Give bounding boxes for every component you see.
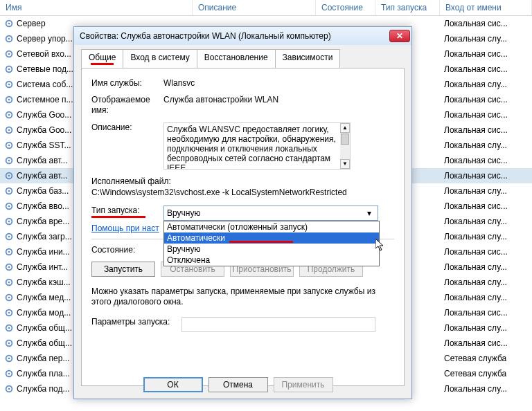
cancel-button[interactable]: Отмена	[209, 377, 268, 392]
logon-value: Локальная сис...	[440, 247, 532, 257]
logon-value: Локальная слу...	[440, 232, 532, 241]
svg-point-3	[8, 38, 10, 40]
dialog-title: Свойства: Служба автонастройки WLAN (Лок…	[80, 31, 389, 41]
startup-type-combo[interactable]: Вручную ▾ Автоматически (отложенный запу…	[163, 206, 378, 221]
description-text: Служба WLANSVC предоставляет логику, нео…	[167, 125, 336, 170]
service-name: Служба под...	[17, 384, 69, 394]
start-button[interactable]: Запустить	[91, 262, 155, 277]
logon-value: Локальная слу...	[440, 384, 532, 394]
logon-value: Локальная слу...	[440, 277, 532, 287]
scroll-thumb[interactable]	[341, 134, 349, 145]
service-name: Сетевой вхо...	[17, 49, 71, 59]
chevron-down-icon[interactable]: ▾	[364, 208, 375, 218]
service-name: Служба мод...	[17, 308, 71, 318]
service-name: Системное п...	[17, 95, 73, 104]
service-name: Служба авт...	[17, 156, 68, 165]
svg-point-21	[8, 175, 10, 177]
tab-general[interactable]: Общие	[81, 49, 123, 68]
svg-point-25	[8, 206, 10, 208]
grid-header: Имя Описание Состояние Тип запуска Вход …	[0, 0, 532, 16]
state-label: Состояние:	[91, 245, 163, 255]
close-button[interactable]: ✕	[389, 30, 410, 42]
logon-value: Локальная сис...	[440, 64, 532, 74]
logon-value: Сетевая служба	[440, 354, 532, 363]
service-name: Служба SST...	[17, 140, 71, 150]
startup-type-underline	[91, 216, 145, 218]
option-disabled[interactable]: Отключена	[164, 255, 379, 266]
svg-point-19	[8, 160, 10, 162]
help-link[interactable]: Помощь при наст	[91, 223, 159, 233]
startup-type-label-text: Тип запуска:	[91, 206, 139, 215]
col-state[interactable]: Состояние	[316, 0, 375, 15]
option-auto[interactable]: Автоматически	[164, 232, 379, 244]
col-desc[interactable]: Описание	[193, 0, 316, 15]
svg-point-49	[8, 388, 10, 390]
exe-label: Исполняемый файл:	[91, 176, 394, 186]
svg-point-39	[8, 312, 10, 314]
service-name: Система соб...	[17, 80, 73, 89]
logon-value: Локальная сис...	[440, 156, 532, 165]
service-name: Служба пла...	[17, 369, 70, 378]
svg-point-27	[8, 221, 10, 223]
service-name: Служба баз...	[17, 186, 69, 196]
params-input[interactable]	[181, 317, 375, 332]
logon-value: Локальная слу...	[440, 34, 532, 44]
logon-value: Локальная слу...	[440, 217, 532, 226]
service-name: Служба Goo...	[17, 125, 71, 135]
service-name: Сетевые под...	[17, 64, 73, 74]
col-name[interactable]: Имя	[0, 0, 193, 15]
display-name-label: Отображаемое имя:	[91, 95, 163, 116]
description-scrollbar[interactable]: ▲ ▼	[340, 123, 350, 169]
svg-point-13	[8, 114, 10, 116]
col-logon[interactable]: Вход от имени	[440, 0, 532, 15]
logon-value: Локальная сис...	[440, 125, 532, 135]
option-manual[interactable]: Вручную	[164, 244, 379, 255]
scroll-up-icon[interactable]: ▲	[340, 123, 350, 133]
tabs: Общие Вход в систему Восстановление Зави…	[81, 49, 405, 68]
startup-type-dropdown: Автоматически (отложенный запуск) Автома…	[163, 221, 380, 266]
description-box: Служба WLANSVC предоставляет логику, нео…	[163, 122, 351, 170]
svg-point-31	[8, 251, 10, 253]
svg-point-47	[8, 373, 10, 375]
logon-value: Сетевая служба	[440, 369, 532, 378]
svg-point-5	[8, 53, 10, 55]
svg-point-43	[8, 342, 10, 345]
logon-value: Локальная сис...	[440, 171, 532, 181]
tab-logon[interactable]: Вход в систему	[123, 49, 197, 68]
option-auto-underline	[229, 241, 293, 243]
service-name: Служба вво...	[17, 201, 69, 211]
tab-recovery[interactable]: Восстановление	[197, 49, 276, 68]
titlebar[interactable]: Свойства: Служба автонастройки WLAN (Лок…	[74, 27, 411, 45]
svg-point-45	[8, 358, 10, 360]
logon-value: Локальная слу...	[440, 186, 532, 196]
service-name: Сервер упор...	[17, 34, 73, 44]
tab-general-label: Общие	[89, 53, 116, 62]
service-name: Служба мед...	[17, 293, 71, 302]
startup-type-current: Вручную	[167, 208, 364, 218]
exe-path: C:\Windows\system32\svchost.exe -k Local…	[91, 188, 394, 197]
service-name: Служба общ...	[17, 323, 72, 333]
logon-value: Локальная слу...	[440, 140, 532, 150]
ok-button[interactable]: ОК	[143, 377, 203, 392]
option-auto-delayed[interactable]: Автоматически (отложенный запуск)	[164, 221, 379, 232]
logon-value: Локальная сис...	[440, 201, 532, 211]
col-start[interactable]: Тип запуска	[375, 0, 440, 15]
svg-point-15	[8, 129, 10, 131]
dialog-footer: ОК Отмена Применить	[74, 371, 411, 399]
logon-value: Локальная сис...	[440, 19, 532, 28]
service-name: Служба вре...	[17, 217, 69, 226]
service-name-label: Имя службы:	[91, 78, 163, 88]
logon-value: Локальная сис...	[440, 308, 532, 318]
service-name: Служба ини...	[17, 247, 70, 257]
svg-point-35	[8, 282, 10, 284]
tab-deps[interactable]: Зависимости	[275, 49, 341, 68]
svg-point-7	[8, 68, 10, 71]
svg-point-33	[8, 266, 10, 268]
svg-point-9	[8, 84, 10, 86]
scroll-down-icon[interactable]: ▼	[340, 159, 350, 169]
logon-value: Локальная слу...	[440, 323, 532, 333]
service-name-value: Wlansvc	[163, 78, 394, 88]
logon-value: Локальная слу...	[440, 80, 532, 89]
svg-point-37	[8, 297, 10, 299]
service-name: Служба пер...	[17, 354, 69, 363]
